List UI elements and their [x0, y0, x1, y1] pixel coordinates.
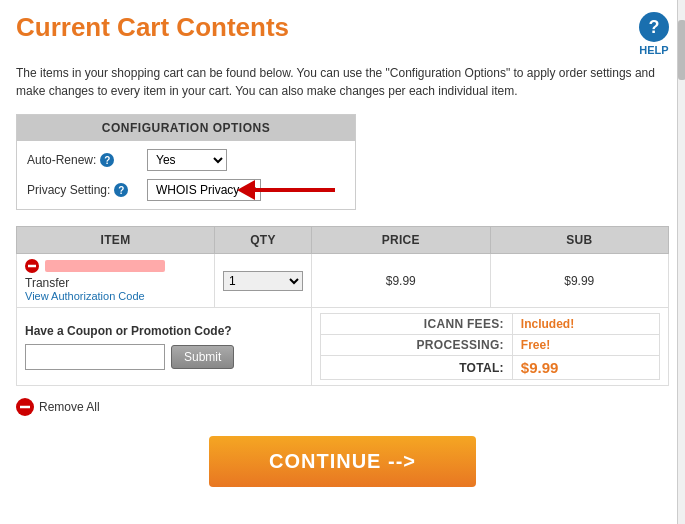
totals-table: ICANN FEES: Included! PROCESSING: Free! [320, 313, 660, 380]
price-cell: $9.99 [312, 254, 491, 308]
help-icon: ? [639, 12, 669, 42]
table-row: Transfer View Authorization Code 1 2 3 $… [17, 254, 669, 308]
intro-text: The items in your shopping cart can be f… [16, 64, 669, 100]
help-label: HELP [639, 44, 668, 56]
domain-name-redacted [45, 260, 165, 272]
privacy-help-icon[interactable]: ? [114, 183, 128, 197]
coupon-row: Have a Coupon or Promotion Code? Submit … [17, 308, 669, 386]
remove-all-label: Remove All [39, 400, 100, 414]
configuration-options-box: CONFIGURATION OPTIONS Auto-Renew: ? Yes … [16, 114, 356, 210]
remove-all-button[interactable]: Remove All [16, 398, 100, 416]
arrow-head [237, 180, 255, 200]
auto-renew-row: Auto-Renew: ? Yes No [27, 149, 345, 171]
page-title: Current Cart Contents [16, 12, 289, 43]
icann-value: Included! [512, 314, 659, 335]
col-header-price: PRICE [312, 227, 491, 254]
cart-table: ITEM QTY PRICE SUB Transfer [16, 226, 669, 386]
remove-item-icon[interactable] [25, 259, 39, 273]
help-button[interactable]: ? HELP [639, 12, 669, 56]
processing-row: PROCESSING: Free! [321, 335, 660, 356]
auto-renew-label: Auto-Renew: ? [27, 153, 147, 167]
item-cell: Transfer View Authorization Code [17, 254, 215, 308]
privacy-arrow-annotation [237, 180, 335, 200]
item-domain-remove [25, 259, 206, 273]
bottom-bar: Remove All [16, 394, 669, 420]
item-auth-link[interactable]: View Authorization Code [25, 290, 206, 302]
coupon-input-row: Submit [25, 344, 303, 370]
config-body: Auto-Renew: ? Yes No Privacy Setting: ? … [17, 141, 355, 209]
sub-cell: $9.99 [490, 254, 669, 308]
auto-renew-select[interactable]: Yes No [147, 149, 227, 171]
total-value: $9.99 [512, 356, 659, 380]
coupon-submit-button[interactable]: Submit [171, 345, 234, 369]
continue-section: CONTINUE --> [16, 436, 669, 487]
processing-value: Free! [512, 335, 659, 356]
coupon-label: Have a Coupon or Promotion Code? [25, 324, 303, 338]
arrow-line [255, 188, 335, 192]
continue-button[interactable]: CONTINUE --> [209, 436, 476, 487]
item-type: Transfer [25, 276, 206, 290]
table-header-row: ITEM QTY PRICE SUB [17, 227, 669, 254]
config-header: CONFIGURATION OPTIONS [17, 115, 355, 141]
privacy-label: Privacy Setting: ? [27, 183, 147, 197]
qty-select[interactable]: 1 2 3 [223, 271, 303, 291]
total-label: TOTAL: [321, 356, 513, 380]
scrollbar-thumb[interactable] [678, 20, 685, 80]
coupon-cell: Have a Coupon or Promotion Code? Submit [17, 308, 312, 386]
col-header-item: ITEM [17, 227, 215, 254]
remove-all-icon [16, 398, 34, 416]
totals-cell: ICANN FEES: Included! PROCESSING: Free! [312, 308, 669, 386]
col-header-sub: SUB [490, 227, 669, 254]
coupon-input[interactable] [25, 344, 165, 370]
page-header: Current Cart Contents ? HELP [16, 12, 669, 56]
icann-label: ICANN FEES: [321, 314, 513, 335]
qty-cell: 1 2 3 [215, 254, 312, 308]
auto-renew-help-icon[interactable]: ? [100, 153, 114, 167]
col-header-qty: QTY [215, 227, 312, 254]
processing-label: PROCESSING: [321, 335, 513, 356]
icann-row: ICANN FEES: Included! [321, 314, 660, 335]
privacy-setting-row: Privacy Setting: ? WHOIS Privacy None [27, 179, 345, 201]
scrollbar-track[interactable] [677, 0, 685, 524]
total-row: TOTAL: $9.99 [321, 356, 660, 380]
